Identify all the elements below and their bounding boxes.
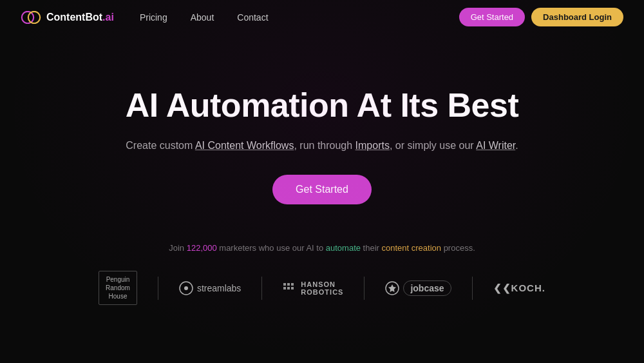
nav-link-contact[interactable]: Contact: [237, 12, 268, 23]
logo-koch-item: ❮❮KOCH.: [493, 282, 545, 294]
penguin-line3: House: [106, 292, 130, 300]
nav-get-started-button[interactable]: Get Started: [459, 8, 525, 26]
penguin-line1: Penguin: [106, 275, 130, 284]
navbar: ContentBot.ai Pricing About Contact Get …: [0, 0, 644, 34]
svg-point-3: [184, 286, 188, 290]
logo-divider-4: [472, 277, 473, 300]
nav-login-button[interactable]: Dashboard Login: [531, 8, 623, 26]
logo[interactable]: ContentBot.ai: [21, 11, 114, 24]
logo-jobcase-item: jobcase: [385, 280, 451, 296]
hero-section: AI Automation At Its Best Create custom …: [0, 34, 644, 204]
social-proof-middle: marketers who use our AI to: [217, 243, 326, 253]
hero-title: AI Automation At Its Best: [0, 86, 644, 124]
koch-label: ❮❮KOCH.: [493, 282, 545, 294]
svg-rect-9: [291, 287, 294, 289]
logo-text: ContentBot.ai: [46, 12, 114, 23]
social-proof-content: content creation: [382, 243, 442, 253]
subtitle-mid1: , run through: [294, 140, 355, 151]
social-proof-mid2: their: [361, 243, 382, 253]
subtitle-link-imports[interactable]: Imports: [355, 140, 390, 151]
streamlabs-label: streamlabs: [197, 283, 241, 293]
subtitle-end: .: [515, 140, 518, 151]
social-proof-suffix: process.: [441, 243, 475, 253]
nav-buttons: Get Started Dashboard Login: [459, 8, 623, 26]
subtitle-prefix: Create custom: [126, 140, 195, 151]
jobcase-label: jobcase: [403, 280, 451, 296]
subtitle-mid2: , or simply use our: [390, 140, 476, 151]
jobcase-icon: [385, 281, 399, 295]
social-proof-count: 122,000: [187, 243, 217, 253]
social-proof-prefix: Join: [169, 243, 186, 253]
streamlabs-icon: [179, 281, 193, 295]
hanson-icon: [283, 282, 297, 294]
partner-logos: Penguin Random House streamlabs HANSONRO…: [0, 271, 644, 305]
logo-hanson-item: HANSONROBOTICS: [283, 280, 343, 296]
logo-divider-2: [261, 277, 262, 300]
logo-penguin: Penguin Random House: [99, 271, 137, 305]
hero-subtitle: Create custom AI Content Workflows, run …: [0, 140, 644, 152]
penguin-line2: Random: [106, 284, 130, 292]
svg-rect-7: [283, 287, 286, 289]
subtitle-link-workflows[interactable]: AI Content Workflows: [195, 140, 294, 151]
nav-link-about[interactable]: About: [191, 12, 214, 23]
hanson-label: HANSONROBOTICS: [301, 280, 343, 296]
svg-rect-4: [283, 283, 286, 286]
nav-links: Pricing About Contact: [140, 12, 459, 23]
social-proof-action: automate: [326, 243, 361, 253]
svg-rect-5: [287, 283, 290, 286]
subtitle-link-writer[interactable]: AI Writer: [476, 140, 515, 151]
logo-divider-3: [364, 277, 365, 300]
logo-divider-1: [158, 277, 158, 300]
nav-link-pricing[interactable]: Pricing: [140, 12, 167, 23]
social-proof: Join 122,000 marketers who use our AI to…: [0, 243, 644, 253]
logo-icon: [21, 11, 41, 24]
svg-rect-6: [291, 283, 294, 286]
hero-get-started-button[interactable]: Get Started: [272, 175, 372, 204]
svg-rect-8: [287, 287, 290, 289]
logo-streamlabs-item: streamlabs: [179, 281, 241, 295]
